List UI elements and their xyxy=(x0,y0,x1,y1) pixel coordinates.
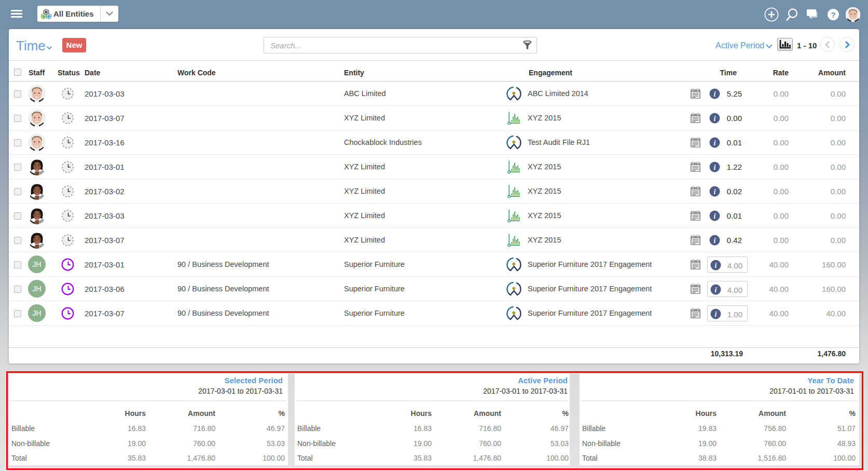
svg-text:?: ? xyxy=(831,10,835,19)
svg-text:i: i xyxy=(715,286,717,294)
svg-text:i: i xyxy=(715,311,717,318)
svg-text:i: i xyxy=(715,262,717,270)
